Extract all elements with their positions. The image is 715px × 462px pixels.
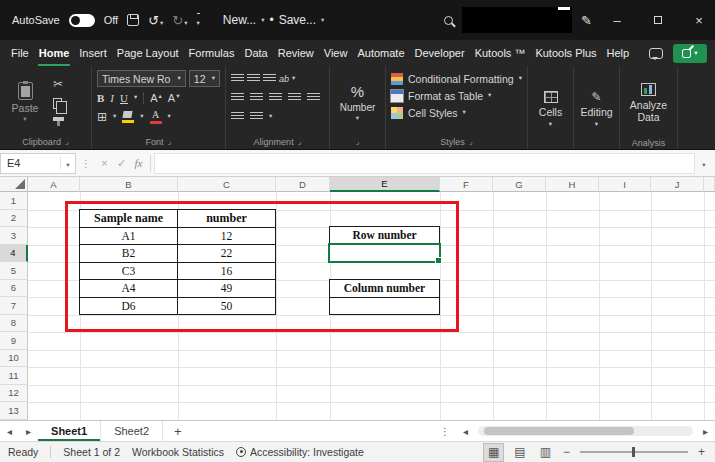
tab-file[interactable]: File xyxy=(6,40,34,66)
workbook-statistics-button[interactable]: Workbook Statistics xyxy=(132,446,224,458)
dialog-launcher-icon[interactable]: ⌟ xyxy=(65,137,69,146)
worksheet-grid[interactable]: Sample name number A1 12 B2 22 C3 16 A4 … xyxy=(0,177,715,420)
tab-page-layout[interactable]: Page Layout xyxy=(112,40,184,66)
dialog-launcher-icon[interactable]: ⌟ xyxy=(356,137,360,146)
tab-formulas[interactable]: Formulas xyxy=(184,40,240,66)
autosave-toggle[interactable] xyxy=(69,14,95,27)
column-header-j[interactable]: J xyxy=(651,177,704,192)
row-header-7[interactable]: 7 xyxy=(0,297,28,315)
format-as-table-button[interactable]: Format as Table ▾ xyxy=(391,87,522,104)
sheet-nav-left-icon[interactable]: ◂ xyxy=(0,426,19,437)
cell-b4[interactable]: B2 xyxy=(80,245,178,263)
bold-button[interactable]: B xyxy=(97,92,104,104)
save-icon[interactable] xyxy=(127,14,139,26)
chevron-down-icon[interactable]: ▾ xyxy=(269,113,272,120)
chevron-down-icon[interactable]: ▾ xyxy=(168,113,171,120)
customize-quick-access-button[interactable]: ▾ xyxy=(197,13,200,27)
borders-icon[interactable]: ⊞ xyxy=(97,111,107,123)
normal-view-button[interactable]: ▦ xyxy=(483,443,504,462)
copy-icon[interactable] xyxy=(53,98,62,109)
row-header-11[interactable]: 11 xyxy=(0,367,28,385)
scrollbar-thumb[interactable] xyxy=(484,427,634,435)
dialog-launcher-icon[interactable]: ⌟ xyxy=(298,137,302,146)
sheet-nav-right-icon[interactable]: ▸ xyxy=(19,426,38,437)
italic-button[interactable]: I xyxy=(110,92,114,104)
formula-input[interactable] xyxy=(154,153,695,174)
share-button[interactable]: ▾ xyxy=(673,44,707,63)
chevron-down-icon[interactable]: ▾ xyxy=(134,94,137,101)
cut-icon[interactable]: ✂ xyxy=(53,78,63,90)
cell-c2[interactable]: number xyxy=(178,210,276,228)
merge-center-icon[interactable] xyxy=(250,112,263,121)
row-header-9[interactable]: 9 xyxy=(0,332,28,350)
search-icon[interactable] xyxy=(444,16,453,25)
column-header-f[interactable]: F xyxy=(440,177,493,192)
tab-help[interactable]: Help xyxy=(602,40,635,66)
hscroll-right-icon[interactable]: ▸ xyxy=(696,426,715,437)
cell-b6[interactable]: A4 xyxy=(80,280,178,298)
cell-b5[interactable]: C3 xyxy=(80,263,178,281)
pen-icon[interactable]: ✎ xyxy=(581,13,592,28)
cell-e6[interactable]: Column number xyxy=(330,280,439,297)
conditional-formatting-button[interactable]: Conditional Formatting ▾ xyxy=(391,70,522,87)
align-left-icon[interactable] xyxy=(231,93,244,102)
cell-c3[interactable]: 12 xyxy=(178,228,276,246)
zoom-out-button[interactable]: − xyxy=(561,445,572,459)
close-button[interactable]: × xyxy=(683,0,715,40)
name-box[interactable]: E4 ▾ xyxy=(0,153,76,174)
font-color-icon[interactable]: A xyxy=(150,110,162,124)
comments-icon[interactable] xyxy=(649,48,663,59)
increase-indent-icon[interactable] xyxy=(307,93,320,102)
cell-b2[interactable]: Sample name xyxy=(80,210,178,228)
undo-button[interactable]: ↺ ▾ xyxy=(148,14,163,27)
redacted-account-area[interactable] xyxy=(462,7,572,33)
editing-button[interactable]: ✎ Editing ▾ xyxy=(579,70,614,149)
decrease-indent-icon[interactable] xyxy=(288,93,301,102)
chevron-down-icon[interactable]: ▾ xyxy=(113,113,116,120)
row-header-2[interactable]: 2 xyxy=(0,210,28,228)
select-all-corner[interactable] xyxy=(0,177,28,192)
formula-bar-expand-icon[interactable]: ▾ xyxy=(702,161,705,168)
tab-automate[interactable]: Automate xyxy=(352,40,409,66)
column-header-d[interactable]: D xyxy=(276,177,330,192)
dialog-launcher-icon[interactable]: ⌟ xyxy=(168,137,172,146)
row-header-5[interactable]: 5 xyxy=(0,262,28,280)
cell-styles-button[interactable]: Cell Styles ▾ xyxy=(391,104,522,121)
tab-review[interactable]: Review xyxy=(273,40,319,66)
cell-b3[interactable]: A1 xyxy=(80,228,178,246)
tab-home[interactable]: Home xyxy=(34,40,75,66)
cell-e3[interactable]: Row number xyxy=(330,227,439,244)
chevron-down-icon[interactable]: ▾ xyxy=(292,75,295,82)
row-header-1[interactable]: 1 xyxy=(0,192,28,210)
chevron-down-icon[interactable]: ▾ xyxy=(140,113,143,120)
sheet-options-icon[interactable]: ⋮ xyxy=(434,426,456,437)
wrap-text-icon[interactable] xyxy=(231,112,244,121)
enter-button[interactable]: ✓ xyxy=(113,157,130,170)
cell-e7[interactable] xyxy=(330,297,439,315)
sheet-tab-sheet1[interactable]: Sheet1 xyxy=(38,421,101,441)
chevron-down-icon[interactable]: ▾ xyxy=(321,17,324,24)
cells-button[interactable]: Cells ▾ xyxy=(533,70,568,149)
tab-developer[interactable]: Developer xyxy=(410,40,470,66)
zoom-slider-thumb[interactable] xyxy=(632,447,635,457)
chevron-down-icon[interactable]: ▾ xyxy=(184,20,187,27)
tab-kutools-plus[interactable]: Kutools Plus xyxy=(530,40,601,66)
dialog-launcher-icon[interactable]: ⌟ xyxy=(469,137,473,146)
sheet-tab-sheet2[interactable]: Sheet2 xyxy=(101,421,163,441)
chevron-down-icon[interactable]: ▾ xyxy=(160,20,163,27)
formula-bar-resize-handle[interactable]: ⋮ xyxy=(76,158,96,169)
font-size-combo[interactable]: 12 ▾ xyxy=(189,70,220,87)
cancel-button[interactable]: × xyxy=(96,157,113,169)
row-header-3[interactable]: 3 xyxy=(0,227,28,245)
insert-function-button[interactable]: fx xyxy=(130,157,147,169)
column-header-partial[interactable] xyxy=(704,177,715,192)
zoom-slider[interactable] xyxy=(580,451,688,453)
decrease-font-button[interactable]: A ▾ xyxy=(168,92,180,104)
page-break-view-button[interactable]: ▥ xyxy=(536,444,555,461)
column-header-i[interactable]: I xyxy=(599,177,651,192)
horizontal-scrollbar[interactable] xyxy=(478,426,693,436)
format-painter-icon[interactable] xyxy=(53,117,64,121)
tab-kutools[interactable]: Kutools ™ xyxy=(470,40,531,66)
font-name-combo[interactable]: Times New Ro ▾ xyxy=(97,70,186,87)
cell-b7[interactable]: D6 xyxy=(80,298,178,316)
